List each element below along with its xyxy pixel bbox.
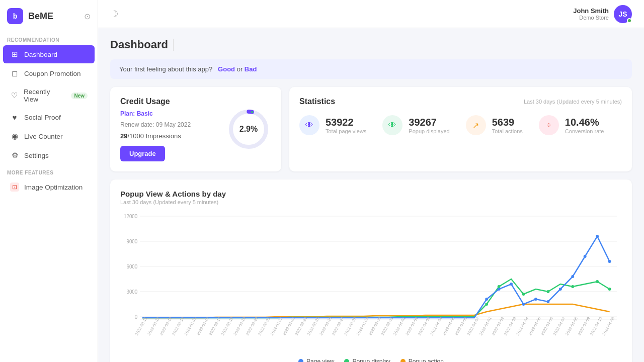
svg-text:2022-03-26: 2022-03-26 — [319, 316, 333, 336]
sidebar-item-coupon-label: Coupon Promotion — [24, 70, 81, 77]
page-header: Dashboard — [110, 38, 632, 51]
stats-update: Last 30 days (Updated every 5 minutes) — [524, 99, 622, 105]
gear-icon[interactable]: ⊙ — [84, 12, 91, 21]
avatar-initials: JS — [618, 10, 627, 18]
sidebar-item-image-optimization[interactable]: ⊡ Image Optimization — [3, 178, 95, 196]
sidebar-item-image-optimization-label: Image Optimization — [24, 184, 83, 191]
sidebar-item-social-proof[interactable]: ♥ Social Proof — [3, 109, 95, 126]
sidebar-item-dashboard[interactable]: ⊞ Dashboard — [3, 45, 95, 63]
svg-text:2022-04-04: 2022-04-04 — [516, 316, 530, 336]
live-counter-icon: ◉ — [10, 132, 19, 141]
popup-action-legend-label: Popup action — [409, 358, 444, 362]
recently-view-icon: ♡ — [10, 91, 19, 100]
chart-area: 12000 9000 6000 3000 0 — [120, 211, 622, 362]
svg-point-30 — [596, 280, 599, 283]
online-indicator — [627, 18, 632, 23]
svg-point-21 — [571, 275, 574, 278]
statistics-card: Statistics Last 30 days (Updated every 5… — [289, 87, 632, 171]
sidebar-item-live-counter[interactable]: ◉ Live Counter — [3, 127, 95, 145]
svg-text:12000: 12000 — [124, 214, 138, 219]
stats-header: Statistics Last 30 days (Updated every 5… — [299, 97, 622, 106]
banner-text: Your first feeling about this app? — [119, 65, 212, 73]
credit-title: Credit Usage — [120, 97, 271, 106]
impressions-label: Impressions — [146, 132, 181, 140]
popup-display-legend-label: Popup display — [352, 358, 390, 362]
svg-point-23 — [596, 235, 599, 238]
chart-svg: 12000 9000 6000 3000 0 — [120, 211, 622, 352]
svg-point-26 — [498, 285, 501, 288]
sidebar-item-recently-view[interactable]: ♡ Recently View New — [3, 83, 95, 108]
more-features-section-label: MORE FEATURES — [0, 165, 98, 177]
avatar[interactable]: JS — [614, 5, 632, 23]
settings-icon: ⚙ — [10, 151, 19, 160]
page-views-icon: 👁 — [299, 115, 319, 135]
svg-text:2022-04-09: 2022-04-09 — [602, 316, 616, 336]
total-actions-label: Total actions — [492, 128, 523, 134]
page-title: Dashboard — [110, 38, 168, 51]
svg-text:2022-03-31: 2022-03-31 — [380, 316, 394, 336]
topbar: ☽ John Smith Demo Store JS — [98, 0, 644, 28]
svg-text:2022-03-15: 2022-03-15 — [184, 316, 198, 336]
popup-displayed-value: 39267 — [409, 117, 449, 128]
conversion-value: 10.46% — [565, 117, 604, 128]
svg-point-14 — [485, 298, 488, 301]
content-area: Dashboard Your first feeling about this … — [98, 28, 644, 362]
svg-text:2022-04-03: 2022-04-03 — [503, 316, 517, 336]
svg-text:2022-03-18: 2022-03-18 — [220, 316, 234, 336]
stat-conversion: ÷ 10.46% Conversion rate — [539, 115, 604, 135]
svg-text:2022-04-05: 2022-04-05 — [528, 316, 542, 336]
recommendation-section-label: RECOMMENDATION — [0, 32, 98, 45]
legend-popup-action: Popup action — [400, 358, 444, 362]
stats-items: 👁 53922 Total page views 👁 39267 Popup d… — [299, 115, 622, 135]
svg-point-17 — [522, 303, 525, 306]
svg-text:2022-04-01: 2022-04-01 — [478, 316, 493, 336]
svg-point-19 — [546, 300, 549, 303]
svg-point-27 — [522, 293, 525, 296]
svg-text:2022-04-03: 2022-04-03 — [417, 316, 431, 336]
svg-text:2022-04-08: 2022-04-08 — [565, 316, 579, 336]
total-actions-value: 5639 — [492, 117, 523, 128]
conversion-label: Conversion rate — [565, 128, 604, 134]
upgrade-button[interactable]: Upgrade — [120, 146, 165, 161]
sidebar-item-social-proof-label: Social Proof — [24, 114, 61, 121]
chart-legend: Page view Popup display Popup action — [120, 358, 622, 362]
total-actions-icon: ↗ — [466, 115, 486, 135]
stats-title: Statistics — [299, 97, 335, 106]
sidebar-item-settings[interactable]: ⚙ Settings — [3, 146, 95, 164]
bad-link[interactable]: Bad — [245, 65, 257, 73]
svg-text:2022-03-16: 2022-03-16 — [196, 316, 210, 336]
popup-displayed-label: Popup displayed — [409, 128, 449, 134]
popup-displayed-icon: 👁 — [382, 115, 403, 135]
svg-text:6000: 6000 — [126, 264, 137, 269]
svg-point-24 — [608, 260, 611, 263]
svg-text:2022-04-06: 2022-04-06 — [454, 316, 468, 336]
popup-action-legend-dot — [400, 359, 406, 362]
cards-row: Credit Usage Plan: Basic Renew date: 09 … — [110, 87, 632, 171]
good-link[interactable]: Good — [218, 65, 235, 73]
logo-area: b BeME ⊙ — [0, 0, 98, 32]
main-area: ☽ John Smith Demo Store JS Dashboard You… — [98, 0, 644, 362]
dark-mode-toggle[interactable]: ☽ — [110, 9, 118, 20]
coupon-icon: ◻ — [10, 69, 19, 78]
svg-text:3000: 3000 — [126, 289, 137, 295]
app-name: BeME — [28, 11, 53, 22]
page-views-value: 53922 — [326, 117, 366, 128]
page-view-legend-label: Page view — [306, 358, 334, 362]
svg-text:2022-03-21: 2022-03-21 — [257, 316, 271, 336]
sidebar-item-settings-label: Settings — [24, 152, 49, 159]
svg-point-31 — [608, 288, 611, 291]
user-store: Demo Store — [573, 15, 609, 21]
svg-text:2022-03-23: 2022-03-23 — [282, 316, 296, 336]
page-view-legend-dot — [298, 359, 303, 362]
svg-text:2022-04-04: 2022-04-04 — [429, 316, 443, 336]
svg-point-25 — [485, 303, 488, 306]
header-divider — [173, 39, 174, 51]
svg-text:2022-03-24: 2022-03-24 — [294, 316, 308, 336]
svg-text:2022-04-09: 2022-04-09 — [577, 316, 591, 336]
legend-page-view: Page view — [298, 358, 334, 362]
stat-total-actions: ↗ 5639 Total actions — [466, 115, 523, 135]
sidebar-item-coupon[interactable]: ◻ Coupon Promotion — [3, 64, 95, 82]
page-views-label: Total page views — [326, 128, 366, 134]
sidebar-item-dashboard-label: Dashboard — [24, 51, 57, 58]
user-details: John Smith Demo Store — [573, 7, 609, 21]
